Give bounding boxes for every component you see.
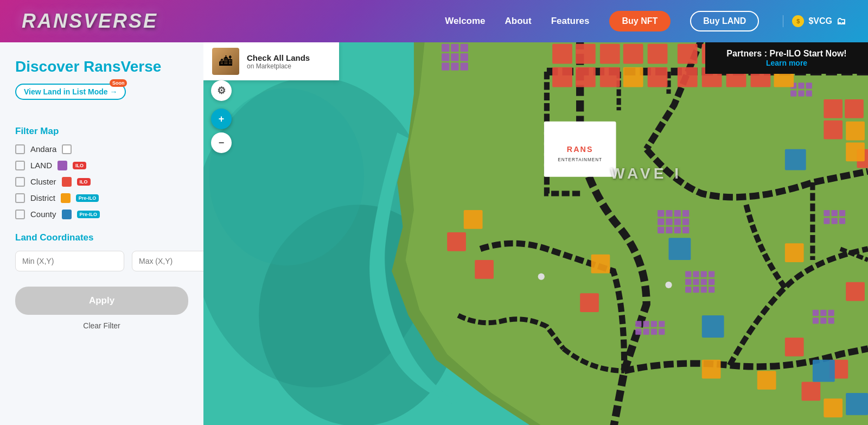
cluster-label: Cluster: [30, 177, 56, 186]
svg-rect-41: [832, 210, 838, 216]
coordinate-inputs: [15, 251, 188, 271]
svg-rect-107: [702, 315, 724, 338]
svg-rect-54: [651, 321, 657, 327]
svg-rect-33: [693, 279, 699, 285]
district-swatch: [61, 193, 71, 203]
cluster-checkbox[interactable]: [15, 177, 25, 187]
discover-title: Discover RansVerse: [15, 58, 188, 76]
svg-rect-18: [674, 210, 681, 217]
svg-rect-37: [693, 287, 699, 293]
svg-rect-34: [701, 279, 707, 285]
svg-rect-24: [658, 227, 664, 233]
svg-rect-94: [623, 67, 643, 87]
andara-swatch: [62, 144, 72, 154]
svg-rect-105: [785, 243, 804, 262]
svg-point-111: [538, 273, 545, 280]
svg-rect-64: [798, 91, 804, 97]
district-preilo-badge: Pre-ILO: [76, 194, 99, 202]
svg-rect-47: [820, 310, 826, 316]
svg-rect-70: [648, 44, 668, 64]
svg-rect-57: [643, 329, 649, 335]
filter-county: County Pre-ILO: [15, 210, 188, 219]
svg-rect-27: [682, 227, 689, 233]
svg-rect-25: [666, 227, 672, 233]
zoom-out-button[interactable]: −: [211, 132, 232, 153]
land-swatch: [58, 161, 67, 170]
svg-rect-65: [806, 91, 812, 97]
partners-banner: Partners : Pre-ILO Start Now! Learn more: [705, 42, 868, 74]
svg-rect-58: [651, 329, 657, 335]
svg-rect-68: [600, 44, 620, 64]
svg-rect-46: [813, 310, 819, 316]
svg-rect-104: [591, 255, 610, 274]
svg-rect-31: [709, 271, 714, 277]
svg-rect-87: [475, 260, 494, 279]
map-area[interactable]: 🏙 Check All Lands on Marketplace Partner…: [203, 42, 868, 425]
svg-rect-45: [839, 218, 845, 224]
svg-rect-85: [824, 120, 843, 139]
banner-title: Check All Lands: [247, 53, 310, 62]
vcg-wallet[interactable]: $ $VCG 🗂: [783, 15, 846, 27]
buy-land-button[interactable]: Buy LAND: [690, 11, 759, 31]
svg-rect-26: [674, 227, 681, 233]
header: RANSVERSE Welcome About Features Buy NFT…: [0, 0, 868, 42]
map-controls: ⚙ + −: [211, 80, 232, 153]
nav-about[interactable]: About: [505, 16, 532, 27]
svg-rect-30: [701, 271, 707, 277]
banner-sub: on Marketplace: [247, 62, 310, 70]
vcg-label: $VCG: [808, 16, 832, 26]
svg-rect-19: [682, 210, 689, 217]
min-coord-input[interactable]: [15, 251, 124, 271]
district-checkbox[interactable]: [15, 193, 25, 203]
svg-rect-66: [552, 44, 572, 64]
county-swatch: [62, 210, 72, 219]
filter-cluster: Cluster ILO: [15, 177, 188, 187]
list-mode-button[interactable]: View Land in List Mode → Soon: [15, 84, 126, 100]
nav-welcome[interactable]: Welcome: [445, 16, 485, 27]
district-label: District: [30, 193, 55, 202]
svg-rect-71: [552, 67, 572, 87]
filter-map-title: Filter Map: [15, 126, 188, 137]
svg-rect-93: [580, 293, 599, 312]
nav: Welcome About Features Buy NFT Buy LAND …: [445, 11, 846, 31]
land-checkbox[interactable]: [15, 161, 25, 170]
svg-rect-91: [846, 282, 865, 301]
svg-rect-28: [685, 271, 691, 277]
svg-rect-23: [682, 218, 689, 225]
svg-rect-109: [846, 393, 868, 415]
svg-rect-7: [442, 44, 449, 52]
svg-rect-86: [447, 232, 466, 251]
svg-rect-106: [669, 238, 691, 260]
apply-button[interactable]: Apply: [15, 287, 188, 315]
svg-rect-36: [685, 287, 691, 293]
svg-rect-100: [464, 210, 483, 229]
svg-rect-44: [832, 218, 838, 224]
svg-rect-63: [790, 91, 796, 97]
svg-point-3: [209, 88, 364, 266]
filter-control-button[interactable]: ⚙: [211, 80, 232, 101]
svg-rect-73: [600, 67, 620, 87]
list-mode-label: View Land in List Mode →: [24, 87, 117, 96]
filter-land: LAND ILO: [15, 161, 188, 170]
svg-rect-110: [785, 149, 806, 170]
clear-filter-link[interactable]: Clear Filter: [15, 321, 188, 330]
svg-rect-53: [643, 321, 649, 327]
svg-rect-14: [451, 63, 458, 71]
max-coord-input[interactable]: [132, 251, 203, 271]
svg-rect-17: [666, 210, 672, 217]
svg-rect-102: [757, 371, 776, 390]
zoom-in-button[interactable]: +: [211, 109, 232, 129]
county-preilo-badge: Pre-ILO: [77, 211, 100, 218]
county-checkbox[interactable]: [15, 210, 25, 219]
learn-more-link[interactable]: Learn more: [716, 59, 857, 67]
land-ilo-badge: ILO: [73, 162, 86, 169]
nav-features[interactable]: Features: [551, 16, 590, 27]
svg-rect-22: [674, 218, 681, 225]
map-banner[interactable]: 🏙 Check All Lands on Marketplace: [203, 42, 339, 80]
svg-rect-48: [828, 310, 834, 316]
svg-text:ENTERTAINMENT: ENTERTAINMENT: [558, 157, 602, 162]
svg-rect-16: [658, 210, 664, 217]
buy-nft-button[interactable]: Buy NFT: [609, 11, 671, 31]
andara-checkbox[interactable]: [15, 144, 25, 154]
svg-rect-38: [701, 287, 707, 293]
